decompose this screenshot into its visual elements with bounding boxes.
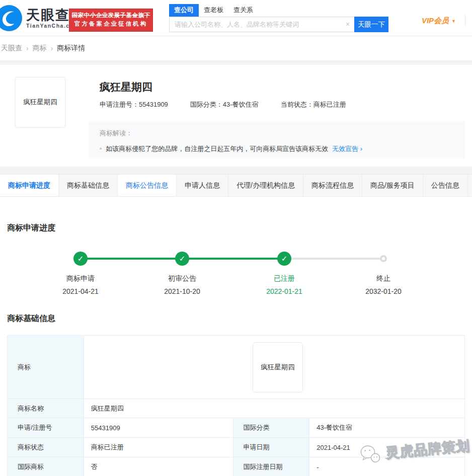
field-value: 商标已注册 [313, 101, 346, 108]
row-label: 国际分类 [233, 418, 309, 438]
step-name: 初审公告 [147, 274, 217, 283]
interpretation-box: 商标解读： • 如该商标侵犯了您的品牌，自注册之日起五年内，可向商标局宣告该商标… [89, 121, 465, 158]
tianyancha-logo[interactable]: 天眼查 TianYanCha.com [0, 5, 79, 31]
section-tabs: 商标申请进度 商标基础信息 商标公告信息 申请人信息 代理/办理机构信息 商标流… [0, 174, 472, 197]
invalid-declare-link[interactable]: 无效宣告 › [332, 144, 362, 153]
search-area: 查公司 查老板 查关系 × 天眼一下 [169, 5, 388, 32]
field-value: 43-餐饮住宿 [223, 101, 259, 108]
timeline-step-termination: 终止 2032-01-20 [348, 245, 419, 295]
row-label: 商标名称 [8, 399, 84, 418]
timeline-step-preliminary: ✓ 初审公告 2021-10-20 [147, 245, 217, 295]
field-label: 当前状态： [281, 101, 313, 108]
cert-badge-line2: 官方备案企业征信机构 [69, 20, 152, 28]
tab-progress[interactable]: 商标申请进度 [0, 175, 59, 196]
bullet-icon: • [100, 145, 102, 152]
cell-value: 55431909 [84, 418, 233, 438]
step-name: 商标申请 [45, 274, 116, 283]
interpretation-title: 商标解读： [100, 129, 454, 138]
trademark-cell-text: 疯狂星期四 [261, 363, 295, 372]
step-date: 2021-04-21 [45, 287, 116, 295]
clear-icon[interactable]: × [346, 20, 350, 28]
step-name: 终止 [348, 274, 419, 283]
basic-info-table: 商标 疯狂星期四 商标名称 疯狂星期四 申请/注册号 55431909 国际分类… [7, 335, 465, 476]
progress-section-title: 商标申请进度 [7, 223, 55, 233]
page-title: 疯狂星期四 [100, 81, 472, 93]
row-label: 国际注册日期 [233, 457, 309, 476]
interpretation-text: 如该商标侵犯了您的品牌，自注册之日起五年内，可向商标局宣告该商标无效 [106, 144, 328, 153]
field-intl-class: 国际分类：43-餐饮住宿 [190, 100, 259, 109]
tab-gazette[interactable]: 公告信息 [423, 175, 468, 196]
breadcrumb-home[interactable]: 天眼查 [1, 44, 22, 53]
cell-value: - [309, 457, 465, 476]
step-date: 2022-01-21 [249, 287, 320, 295]
table-row: 商标 疯狂星期四 [8, 336, 465, 399]
breadcrumb-trademark[interactable]: 商标 [33, 44, 47, 53]
tab-basic-info[interactable]: 商标基础信息 [59, 175, 118, 196]
cert-badge: 国家中小企业发展子基金旗下 官方备案企业征信机构 [69, 9, 153, 32]
cell-value: 43-餐饮住宿 [309, 418, 465, 438]
search-button[interactable]: 天眼一下 [354, 17, 388, 32]
tab-announcement[interactable]: 商标公告信息 [118, 175, 177, 196]
trademark-thumbnail-text: 疯狂星期四 [23, 98, 57, 107]
field-value: 55431909 [139, 101, 168, 108]
vip-label: VIP会员 [422, 16, 449, 26]
cert-badge-line1: 国家中小企业发展子基金旗下 [69, 12, 152, 19]
cell-value: 2021-04-21 [309, 438, 465, 457]
tab-process[interactable]: 商标流程信息 [303, 175, 362, 196]
search-tab-company[interactable]: 查公司 [169, 4, 199, 17]
table-row: 商标名称 疯狂星期四 [8, 399, 465, 418]
row-label: 申请/注册号 [8, 418, 84, 438]
row-label: 申请日期 [233, 438, 309, 457]
header: 天眼查 TianYanCha.com 国家中小企业发展子基金旗下 官方备案企业征… [0, 0, 472, 36]
table-row: 申请/注册号 55431909 国际分类 43-餐饮住宿 [8, 418, 465, 438]
check-icon: ✓ [73, 252, 88, 266]
logo-eye-icon [0, 5, 22, 31]
field-label: 国际分类： [190, 101, 223, 108]
trademark-thumbnail[interactable]: 疯狂星期四 [15, 77, 65, 127]
tab-goods-services[interactable]: 商品/服务项目 [362, 175, 423, 196]
header-divider [465, 15, 465, 26]
cell-value: 商标已注册 [84, 438, 233, 457]
trademark-image-cell: 疯狂星期四 [84, 336, 464, 399]
timeline-step-registered: ✓ 已注册 2022-01-21 [249, 245, 320, 295]
vip-caret-icon: ▼ [451, 19, 456, 24]
row-label: 商标 [8, 336, 84, 399]
breadcrumb-separator: › [26, 44, 29, 52]
cell-value: 否 [84, 457, 233, 476]
timeline-step-application: ✓ 商标申请 2021-04-21 [45, 245, 116, 295]
breadcrumb: 天眼查 › 商标 › 商标详情 [0, 36, 472, 61]
tab-applicant[interactable]: 申请人信息 [177, 175, 228, 196]
trademark-cell-image[interactable]: 疯狂星期四 [253, 342, 303, 392]
check-icon: ✓ [175, 252, 189, 266]
vip-menu[interactable]: VIP会员 ▼ [422, 16, 456, 26]
cell-value: 疯狂星期四 [84, 399, 464, 418]
basic-info-section-title: 商标基础信息 [7, 313, 55, 324]
step-date: 2021-10-20 [147, 287, 217, 295]
breadcrumb-separator: › [51, 44, 53, 52]
field-label: 申请注册号： [100, 101, 139, 108]
step-date: 2032-01-20 [348, 287, 419, 295]
row-label: 国际商标 [8, 457, 84, 476]
pending-node-icon [380, 255, 387, 262]
page-gap [0, 61, 472, 65]
table-row: 国际商标 否 国际注册日期 - [8, 457, 465, 476]
breadcrumb-current: 商标详情 [57, 44, 85, 53]
step-name: 已注册 [249, 274, 320, 283]
tab-agency[interactable]: 代理/办理机构信息 [228, 175, 303, 196]
row-label: 商标状态 [8, 438, 84, 457]
field-current-status: 当前状态：商标已注册 [281, 100, 346, 109]
table-row: 商标状态 商标已注册 申请日期 2021-04-21 [8, 438, 465, 457]
search-tab-boss[interactable]: 查老板 [199, 4, 228, 17]
trademark-summary-card: 疯狂星期四 疯狂星期四 申请注册号：55431909 国际分类：43-餐饮住宿 … [0, 65, 472, 167]
progress-timeline: ✓ 商标申请 2021-04-21 ✓ 初审公告 2021-10-20 ✓ 已注… [0, 245, 472, 305]
check-icon: ✓ [277, 252, 291, 266]
search-input[interactable] [169, 17, 354, 32]
main-content: 商标申请进度 ✓ 商标申请 2021-04-21 ✓ 初审公告 2021-10-… [0, 197, 472, 476]
page-gap [0, 167, 472, 174]
field-reg-number: 申请注册号：55431909 [100, 100, 168, 109]
search-tab-relation[interactable]: 查关系 [228, 4, 258, 17]
